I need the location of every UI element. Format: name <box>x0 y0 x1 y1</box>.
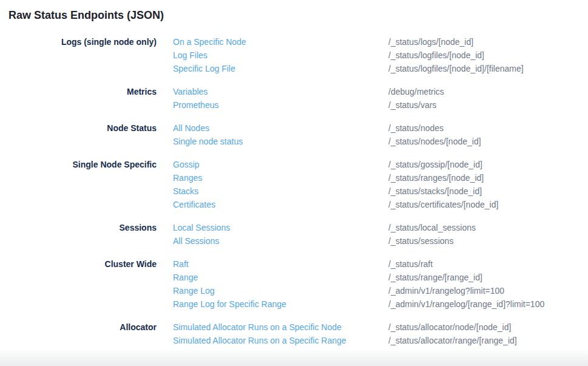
endpoint-rows: On a Specific Node /_status/logs/[node_i… <box>157 35 588 75</box>
category-label: Metrics <box>0 85 157 98</box>
endpoint-path: /_status/range/[range_id] <box>388 271 482 284</box>
footer-strip <box>0 349 588 366</box>
endpoint-path: /_status/allocator/range/[range_id] <box>388 334 517 347</box>
endpoint-group: Metrics Variables /debug/metrics Prometh… <box>0 85 588 112</box>
endpoint-path: /_admin/v1/rangelog/[range_id]?limit=100 <box>388 297 544 311</box>
endpoint-rows: Local Sessions /_status/local_sessions A… <box>157 221 588 248</box>
category-label: Single Node Specific <box>0 158 157 171</box>
endpoint-path: /_status/logfiles/[node_id] <box>388 49 484 62</box>
category-label: Allocator <box>0 320 157 334</box>
endpoint-rows: Raft /_status/raft Range /_status/range/… <box>157 257 588 311</box>
endpoint-row: Single node status /_status/nodes/[node_… <box>173 135 588 148</box>
endpoint-group: Sessions Local Sessions /_status/local_s… <box>0 221 588 248</box>
endpoint-path: /_status/logfiles/[node_id]/[filename] <box>388 62 524 75</box>
endpoint-row: Range /_status/range/[range_id] <box>173 271 588 284</box>
page-title: Raw Status Endpoints (JSON) <box>0 0 588 22</box>
endpoint-link[interactable]: Prometheus <box>173 98 388 112</box>
endpoint-path: /_status/logs/[node_id] <box>388 35 473 49</box>
endpoint-row: Local Sessions /_status/local_sessions <box>173 221 588 234</box>
endpoint-link[interactable]: Certificates <box>173 198 388 211</box>
endpoint-link[interactable]: Single node status <box>173 135 388 148</box>
endpoint-groups: Logs (single node only) On a Specific No… <box>0 22 588 347</box>
endpoint-link[interactable]: Raft <box>173 257 388 271</box>
endpoint-path: /_status/allocator/node/[node_id] <box>388 320 511 334</box>
endpoint-link[interactable]: Variables <box>173 85 388 98</box>
endpoint-row: Prometheus /_status/vars <box>173 98 588 112</box>
category-label: Sessions <box>0 221 157 234</box>
endpoint-path: /_status/raft <box>388 257 433 271</box>
endpoint-row: Ranges /_status/ranges/[node_id] <box>173 171 588 185</box>
endpoint-row: Gossip /_status/gossip/[node_id] <box>173 158 588 171</box>
endpoint-row: Stacks /_status/stacks/[node_id] <box>173 185 588 198</box>
category-label: Logs (single node only) <box>0 35 157 49</box>
endpoint-link[interactable]: Range Log <box>173 284 388 297</box>
endpoint-link[interactable]: Local Sessions <box>173 221 388 234</box>
endpoint-path: /_status/nodes/[node_id] <box>388 135 481 148</box>
endpoint-row: Range Log for Specific Range /_admin/v1/… <box>173 297 588 311</box>
endpoint-link[interactable]: Range <box>173 271 388 284</box>
endpoint-path: /_status/vars <box>388 98 436 112</box>
endpoint-row: Simulated Allocator Runs on a Specific R… <box>173 334 588 347</box>
endpoint-link[interactable]: Simulated Allocator Runs on a Specific N… <box>173 320 388 334</box>
endpoint-row: Certificates /_status/certificates/[node… <box>173 198 588 211</box>
category-label: Cluster Wide <box>0 257 157 271</box>
endpoint-group: Cluster Wide Raft /_status/raft Range /_… <box>0 257 588 311</box>
endpoint-row: All Nodes /_status/nodes <box>173 121 588 135</box>
endpoint-group: Node Status All Nodes /_status/nodes Sin… <box>0 121 588 148</box>
endpoint-row: Range Log /_admin/v1/rangelog?limit=100 <box>173 284 588 297</box>
endpoint-link[interactable]: Specific Log File <box>173 62 388 75</box>
endpoint-group: Logs (single node only) On a Specific No… <box>0 35 588 75</box>
endpoint-row: On a Specific Node /_status/logs/[node_i… <box>173 35 588 49</box>
endpoint-link[interactable]: Gossip <box>173 158 388 171</box>
endpoint-path: /_admin/v1/rangelog?limit=100 <box>388 284 504 297</box>
endpoint-path: /debug/metrics <box>388 85 444 98</box>
endpoint-rows: All Nodes /_status/nodes Single node sta… <box>157 121 588 148</box>
endpoint-path: /_status/certificates/[node_id] <box>388 198 498 211</box>
endpoint-row: Raft /_status/raft <box>173 257 588 271</box>
endpoint-link[interactable]: Simulated Allocator Runs on a Specific R… <box>173 334 388 347</box>
endpoint-path: /_status/nodes <box>388 121 444 135</box>
endpoint-row: Log Files /_status/logfiles/[node_id] <box>173 49 588 62</box>
endpoint-path: /_status/sessions <box>388 234 453 248</box>
endpoint-path: /_status/local_sessions <box>388 221 476 234</box>
endpoint-link[interactable]: Stacks <box>173 185 388 198</box>
endpoint-link[interactable]: Ranges <box>173 171 388 185</box>
endpoint-link[interactable]: Log Files <box>173 49 388 62</box>
endpoint-path: /_status/stacks/[node_id] <box>388 185 482 198</box>
endpoint-row: Variables /debug/metrics <box>173 85 588 98</box>
endpoint-link[interactable]: All Nodes <box>173 121 388 135</box>
endpoint-path: /_status/gossip/[node_id] <box>388 158 482 171</box>
endpoint-path: /_status/ranges/[node_id] <box>388 171 484 185</box>
endpoint-group: Allocator Simulated Allocator Runs on a … <box>0 320 588 347</box>
endpoint-link[interactable]: All Sessions <box>173 234 388 248</box>
endpoint-group: Single Node Specific Gossip /_status/gos… <box>0 158 588 211</box>
endpoint-row: All Sessions /_status/sessions <box>173 234 588 248</box>
endpoint-link[interactable]: On a Specific Node <box>173 35 388 49</box>
category-label: Node Status <box>0 121 157 135</box>
endpoint-row: Simulated Allocator Runs on a Specific N… <box>173 320 588 334</box>
endpoint-rows: Gossip /_status/gossip/[node_id] Ranges … <box>157 158 588 211</box>
endpoint-row: Specific Log File /_status/logfiles/[nod… <box>173 62 588 75</box>
endpoint-rows: Variables /debug/metrics Prometheus /_st… <box>157 85 588 112</box>
endpoint-rows: Simulated Allocator Runs on a Specific N… <box>157 320 588 347</box>
endpoint-link[interactable]: Range Log for Specific Range <box>173 297 388 311</box>
raw-status-endpoints-page: Raw Status Endpoints (JSON) Logs (single… <box>0 0 588 366</box>
